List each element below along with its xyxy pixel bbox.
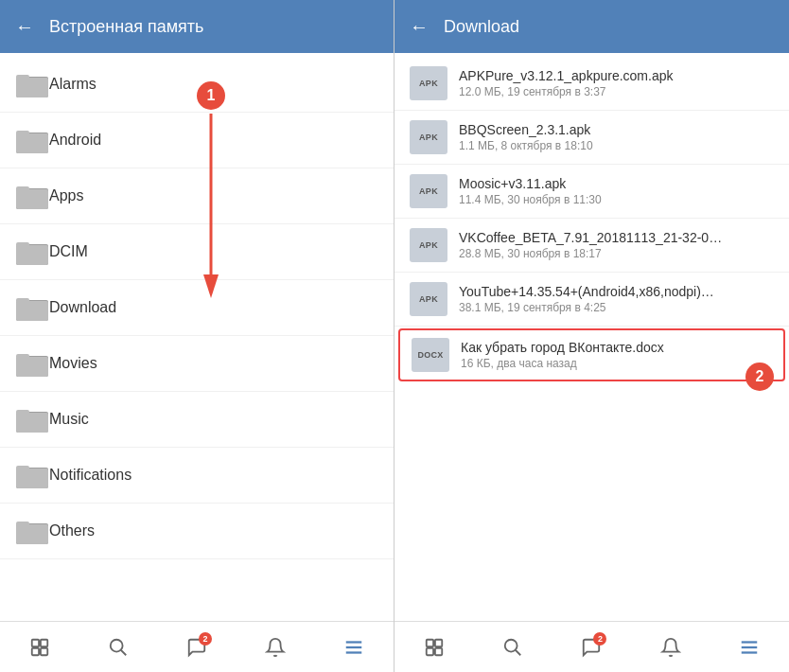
file-badge: APK <box>410 120 447 154</box>
file-item[interactable]: APK Moosic+v3.11.apk 11.4 МБ, 30 ноября … <box>394 165 789 219</box>
file-meta: 11.4 МБ, 30 ноября в 11:30 <box>459 193 774 206</box>
folder-list: 1 Alarms Android Apps <box>0 53 394 621</box>
svg-rect-38 <box>426 639 432 645</box>
folder-name: Download <box>49 299 116 316</box>
file-item[interactable]: APK APKPure_v3.12.1_apkpure.com.apk 12.0… <box>394 57 789 111</box>
file-item[interactable]: APK BBQScreen_2.3.1.apk 1.1 МБ, 8 октябр… <box>394 111 789 165</box>
svg-rect-39 <box>435 639 442 645</box>
file-name: VKCoffee_BETA_7.91_20181113_21-32-0… <box>459 230 774 245</box>
right-nav-search[interactable] <box>496 630 530 664</box>
file-meta: 16 КБ, два часа назад <box>461 357 772 370</box>
file-meta: 28.8 МБ, 30 ноября в 18:17 <box>459 247 774 260</box>
svg-rect-25 <box>16 469 48 488</box>
left-nav-chat[interactable]: 2 <box>180 630 214 664</box>
file-badge: APK <box>410 228 447 262</box>
right-back-button[interactable]: ← <box>410 16 429 38</box>
file-meta: 12.0 МБ, 19 сентября в 3:37 <box>459 85 774 98</box>
file-badge: DOCX <box>412 338 449 372</box>
folder-icon <box>15 126 49 154</box>
file-item[interactable]: APK YouTube+14.35.54+(Android4,x86,nodpi… <box>394 273 789 327</box>
file-name: Moosic+v3.11.apk <box>459 176 774 191</box>
file-meta: 38.1 МБ, 19 сентября в 4:25 <box>459 301 774 314</box>
file-name: BBQScreen_2.3.1.apk <box>459 122 774 137</box>
folder-name: DCIM <box>49 243 88 260</box>
chat-badge: 2 <box>199 632 212 645</box>
svg-line-43 <box>516 649 521 655</box>
file-badge: APK <box>410 174 447 208</box>
folder-name: Alarms <box>49 76 96 93</box>
folder-name: Notifications <box>49 467 132 484</box>
svg-rect-16 <box>16 301 48 321</box>
left-nav-menu[interactable] <box>337 630 371 664</box>
folder-item[interactable]: Movies <box>0 336 394 392</box>
annotation-2: 2 <box>745 363 774 391</box>
left-back-button[interactable]: ← <box>15 16 34 38</box>
folder-icon <box>15 405 49 433</box>
folder-item[interactable]: Notifications <box>0 448 394 504</box>
right-bottom-nav: 2 <box>394 621 789 672</box>
file-info: Как убрать город ВКонтакте.docx 16 КБ, д… <box>461 340 772 370</box>
file-item[interactable]: APK VKCoffee_BETA_7.91_20181113_21-32-0…… <box>394 219 789 273</box>
file-name: APKPure_v3.12.1_apkpure.com.apk <box>459 68 774 83</box>
right-header-title: Download <box>444 17 519 37</box>
left-bottom-nav: 2 <box>0 621 394 672</box>
right-panel: ← Download APK APKPure_v3.12.1_apkpure.c… <box>394 0 789 672</box>
folder-name: Apps <box>49 187 83 204</box>
svg-rect-32 <box>41 647 47 654</box>
svg-rect-22 <box>16 413 48 433</box>
folder-name: Android <box>49 132 101 149</box>
folder-item[interactable]: Others <box>0 504 394 559</box>
folder-icon <box>15 293 49 322</box>
right-nav-home[interactable] <box>417 630 451 664</box>
file-info: APKPure_v3.12.1_apkpure.com.apk 12.0 МБ,… <box>459 68 774 98</box>
svg-rect-30 <box>41 639 47 645</box>
right-nav-bell[interactable] <box>654 630 688 664</box>
folder-icon <box>15 349 49 378</box>
folder-item[interactable]: Alarms <box>0 57 394 113</box>
svg-rect-28 <box>16 524 48 544</box>
file-info: VKCoffee_BETA_7.91_20181113_21-32-0… 28.… <box>459 230 774 260</box>
svg-point-42 <box>505 639 517 651</box>
folder-icon <box>15 238 49 266</box>
folder-item[interactable]: Apps <box>0 168 394 224</box>
folder-icon <box>15 461 49 489</box>
file-badge: APK <box>410 66 447 100</box>
left-header-title: Встроенная память <box>49 17 203 37</box>
svg-rect-31 <box>31 647 38 654</box>
folder-item[interactable]: DCIM <box>0 224 394 280</box>
left-header: ← Встроенная память <box>0 0 394 53</box>
file-info: BBQScreen_2.3.1.apk 1.1 МБ, 8 октября в … <box>459 122 774 152</box>
svg-rect-19 <box>16 357 48 377</box>
folder-icon <box>15 70 49 98</box>
svg-line-34 <box>121 649 127 655</box>
left-nav-bell[interactable] <box>258 630 292 664</box>
left-nav-search[interactable] <box>101 630 135 664</box>
file-meta: 1.1 МБ, 8 октября в 18:10 <box>459 139 774 152</box>
svg-rect-4 <box>16 78 48 97</box>
svg-point-33 <box>111 639 123 651</box>
svg-rect-13 <box>16 245 48 265</box>
file-item[interactable]: DOCX Как убрать город ВКонтакте.docx 16 … <box>398 328 785 381</box>
svg-rect-7 <box>16 133 48 153</box>
svg-rect-29 <box>31 639 38 645</box>
folder-item[interactable]: Music <box>0 392 394 448</box>
folder-name: Music <box>49 411 89 428</box>
svg-rect-40 <box>426 647 432 654</box>
svg-rect-10 <box>16 189 48 209</box>
file-list: APK APKPure_v3.12.1_apkpure.com.apk 12.0… <box>394 53 789 621</box>
folder-item[interactable]: Download <box>0 280 394 336</box>
folder-icon <box>15 182 49 210</box>
left-nav-home[interactable] <box>23 630 57 664</box>
right-nav-chat[interactable]: 2 <box>574 630 608 664</box>
folder-item[interactable]: Android <box>0 113 394 168</box>
folder-name: Others <box>49 522 95 539</box>
svg-rect-41 <box>435 647 442 654</box>
right-nav-menu[interactable] <box>732 630 766 664</box>
file-info: YouTube+14.35.54+(Android4,x86,nodpi)… 3… <box>459 284 774 314</box>
folder-icon <box>15 517 49 545</box>
file-name: YouTube+14.35.54+(Android4,x86,nodpi)… <box>459 284 774 299</box>
left-panel: ← Встроенная память 1 Alarms <box>0 0 394 672</box>
right-header: ← Download <box>394 0 789 53</box>
file-info: Moosic+v3.11.apk 11.4 МБ, 30 ноября в 11… <box>459 176 774 206</box>
file-name: Как убрать город ВКонтакте.docx <box>461 340 772 355</box>
